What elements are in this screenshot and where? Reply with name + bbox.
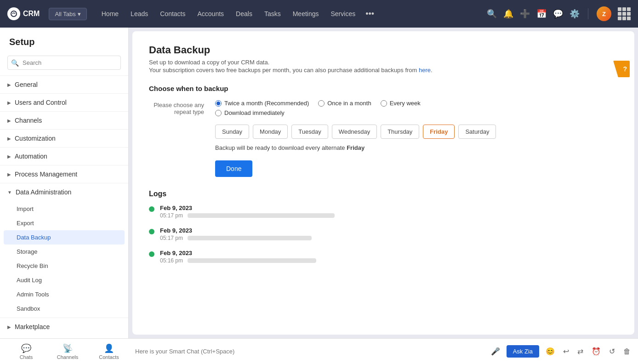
data-admin-children: Import Export Data Backup Storage Recycl…: [0, 201, 128, 318]
refresh-icon[interactable]: ↩: [561, 345, 571, 358]
settings-icon[interactable]: ⚙️: [570, 9, 580, 19]
help-question-mark: ?: [623, 65, 627, 73]
ask-zia-button[interactable]: Ask Zia: [507, 345, 539, 358]
radio-once[interactable]: Once in a month: [318, 100, 371, 107]
day-friday[interactable]: Friday: [423, 125, 455, 139]
notification-icon[interactable]: 🔔: [503, 9, 513, 19]
sidebar-item-automation[interactable]: ▶ Automation: [0, 148, 128, 165]
nav-meetings[interactable]: Meetings: [287, 7, 325, 20]
main-content: Data Backup Set up to download a copy of…: [132, 31, 634, 335]
radio-every-week-input[interactable]: [381, 100, 387, 107]
chevron-icon: ▶: [7, 154, 11, 159]
sidebar-item-data-admin-label: Data Administration: [16, 188, 71, 196]
sidebar-item-data-admin[interactable]: ▼ Data Administration: [0, 183, 128, 201]
radio-twice[interactable]: Twice a month (Recommended): [215, 100, 309, 107]
sidebar-item-channels-label: Channels: [15, 117, 42, 124]
sidebar-section-users: ▶ Users and Control: [0, 93, 128, 111]
translate-icon[interactable]: ⇄: [575, 345, 585, 358]
history-icon[interactable]: ↺: [607, 345, 617, 358]
day-tuesday[interactable]: Tuesday: [291, 125, 328, 139]
sidebar-section-marketplace: ▶ Marketplace: [0, 318, 128, 336]
sidebar-child-data-backup[interactable]: Data Backup: [4, 230, 125, 245]
sidebar-section-channels: ▶ Channels: [0, 111, 128, 129]
sidebar-item-process[interactable]: ▶ Process Management: [0, 165, 128, 183]
backup-day: Friday: [347, 144, 365, 151]
nav-tasks[interactable]: Tasks: [259, 7, 286, 20]
sidebar-child-recycle-bin[interactable]: Recycle Bin: [0, 259, 128, 273]
nav-contacts[interactable]: Contacts: [154, 7, 191, 20]
delete-icon[interactable]: 🗑: [621, 346, 632, 358]
day-saturday[interactable]: Saturday: [458, 125, 496, 139]
radio-once-input[interactable]: [318, 100, 325, 107]
done-button[interactable]: Done: [215, 160, 252, 177]
bottom-contacts[interactable]: 👤 Contacts: [88, 343, 130, 360]
chevron-icon: ▶: [7, 82, 11, 87]
sidebar-child-storage[interactable]: Storage: [0, 245, 128, 259]
log-time-row-1: 05:17 pm: [160, 212, 618, 219]
log-date-3: Feb 9, 2023: [160, 250, 618, 256]
sidebar-section-data-admin: ▼ Data Administration Import Export Data…: [0, 183, 128, 318]
sidebar-child-export[interactable]: Export: [0, 216, 128, 230]
bottom-channels[interactable]: 📡 Channels: [47, 343, 88, 360]
sidebar-child-sandbox[interactable]: Sandbox: [0, 301, 128, 316]
search-icon: 🔍: [11, 59, 19, 67]
nav-deals[interactable]: Deals: [230, 7, 258, 20]
all-tabs-button[interactable]: All Tabs ▾: [49, 8, 86, 20]
chevron-icon: ▶: [7, 118, 11, 123]
day-monday[interactable]: Monday: [253, 125, 288, 139]
sidebar-title: Setup: [0, 28, 128, 52]
bottom-chats[interactable]: 💬 Chats: [6, 343, 47, 360]
smart-chat-input[interactable]: [130, 348, 489, 355]
radio-twice-input[interactable]: [215, 100, 222, 107]
sidebar-section-customization: ▶ Customization: [0, 129, 128, 147]
radio-immediate[interactable]: Download immediately: [215, 109, 285, 116]
add-icon[interactable]: ➕: [520, 9, 530, 19]
app-name: CRM: [23, 10, 40, 18]
mic-icon[interactable]: 🎤: [489, 345, 502, 358]
backup-type-label: Please choose any repeat type: [149, 100, 204, 115]
nav-leads[interactable]: Leads: [125, 7, 154, 20]
page-desc-1: Set up to download a copy of your CRM da…: [149, 59, 618, 66]
radio-every-week[interactable]: Every week: [381, 100, 421, 107]
clock-icon[interactable]: ⏰: [590, 345, 603, 358]
chevron-icon: ▶: [7, 100, 11, 105]
avatar[interactable]: Z: [597, 6, 611, 21]
day-sunday[interactable]: Sunday: [215, 125, 249, 139]
sidebar-section-general: ▶ General: [0, 75, 128, 93]
grid-apps-icon[interactable]: [618, 7, 631, 20]
nav-more-button[interactable]: •••: [362, 7, 378, 21]
bottom-bar: 💬 Chats 📡 Channels 👤 Contacts 🎤 Ask Zia …: [0, 338, 638, 364]
here-link[interactable]: here: [419, 67, 431, 74]
nav-accounts[interactable]: Accounts: [192, 7, 230, 20]
sidebar-item-channels[interactable]: ▶ Channels: [0, 112, 128, 129]
emoji-icon[interactable]: 😊: [544, 345, 557, 358]
nav-home[interactable]: Home: [96, 7, 124, 20]
sidebar-item-customization[interactable]: ▶ Customization: [0, 130, 128, 147]
chat-icon[interactable]: 💬: [553, 9, 563, 19]
sidebar-item-customization-label: Customization: [15, 135, 56, 142]
radio-immediate-input[interactable]: [215, 110, 222, 116]
sidebar-item-marketplace[interactable]: ▶ Marketplace: [0, 318, 128, 336]
radio-immediate-label: Download immediately: [224, 109, 285, 116]
search-input[interactable]: [7, 56, 121, 70]
sidebar-child-admin-tools[interactable]: Admin Tools: [0, 287, 128, 301]
sidebar-child-import[interactable]: Import: [0, 202, 128, 216]
log-time-row-2: 05:17 pm: [160, 235, 618, 241]
radio-options: Twice a month (Recommended) Once in a mo…: [215, 100, 421, 116]
log-content-3: Feb 9, 2023 05:16 pm: [160, 250, 618, 264]
search-icon[interactable]: 🔍: [487, 9, 497, 19]
radio-row-1: Twice a month (Recommended) Once in a mo…: [215, 100, 421, 107]
sidebar: Setup 🔍 ▶ General ▶ Users and Control ▶ …: [0, 28, 129, 338]
log-entry-2: Feb 9, 2023 05:17 pm: [149, 227, 618, 241]
sidebar-child-audit-log[interactable]: Audit Log: [0, 273, 128, 287]
app-logo[interactable]: CRM: [7, 7, 40, 20]
day-wednesday[interactable]: Wednesday: [332, 125, 377, 139]
sidebar-item-general[interactable]: ▶ General: [0, 76, 128, 93]
sidebar-item-users-control[interactable]: ▶ Users and Control: [0, 94, 128, 111]
chevron-icon: ▶: [7, 136, 11, 141]
divider: [588, 8, 588, 19]
sidebar-section-automation: ▶ Automation: [0, 147, 128, 165]
day-thursday[interactable]: Thursday: [381, 125, 419, 139]
calendar-icon[interactable]: 📅: [536, 9, 547, 19]
nav-services[interactable]: Services: [325, 7, 361, 20]
